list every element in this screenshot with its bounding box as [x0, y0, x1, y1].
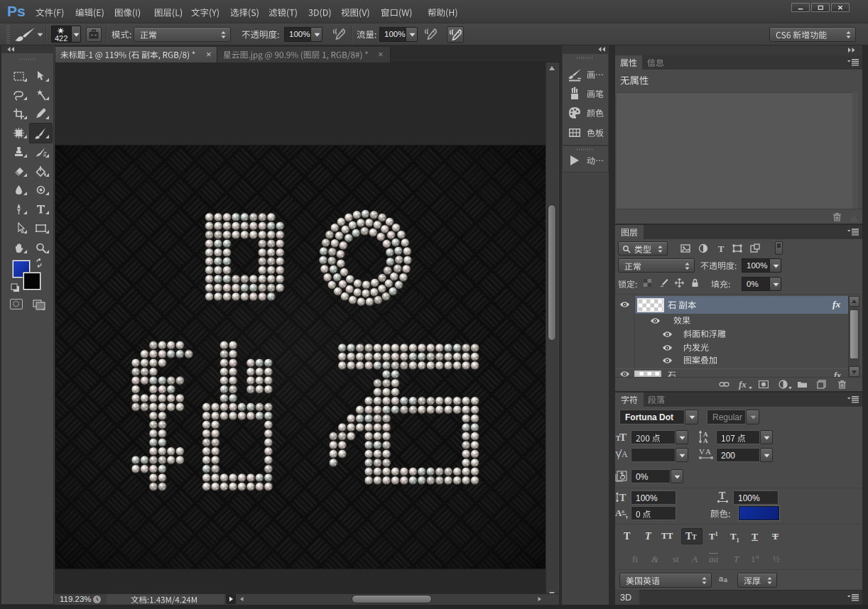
svg-text:T: T: [619, 432, 626, 442]
svg-text:a: a: [622, 508, 624, 515]
svg-text:A: A: [622, 449, 628, 459]
svg-text:A: A: [705, 447, 711, 456]
svg-text:T: T: [718, 243, 725, 253]
svg-text:T: T: [619, 493, 626, 503]
svg-text:V: V: [699, 447, 705, 456]
svg-text:A: A: [703, 437, 708, 444]
svg-text:T: T: [719, 490, 726, 501]
